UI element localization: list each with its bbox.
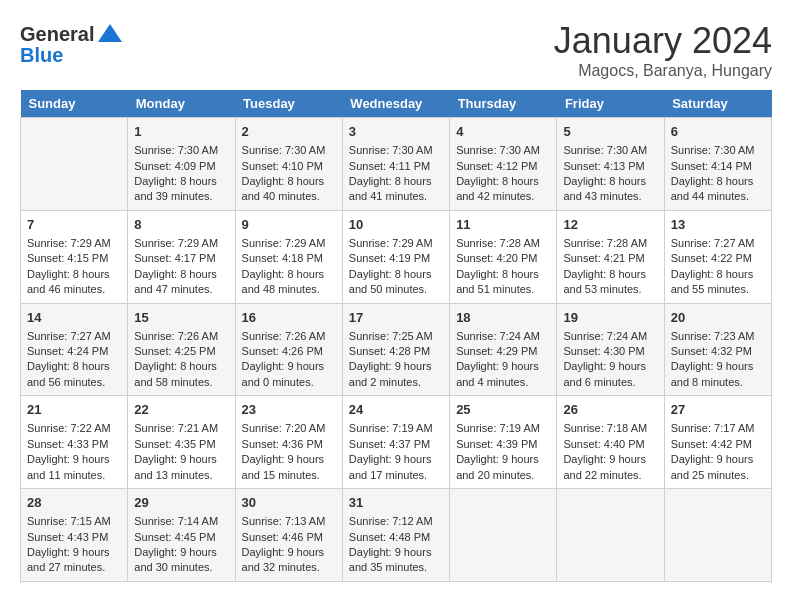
- day-number: 23: [242, 401, 336, 419]
- sunset-text: Sunset: 4:37 PM: [349, 438, 430, 450]
- sunset-text: Sunset: 4:10 PM: [242, 160, 323, 172]
- calendar-week-2: 7Sunrise: 7:29 AMSunset: 4:15 PMDaylight…: [21, 210, 772, 303]
- daylight-text: Daylight: 9 hours and 11 minutes.: [27, 453, 110, 480]
- logo-general: General: [20, 23, 94, 46]
- calendar-cell: 7Sunrise: 7:29 AMSunset: 4:15 PMDaylight…: [21, 210, 128, 303]
- calendar-cell: 3Sunrise: 7:30 AMSunset: 4:11 PMDaylight…: [342, 118, 449, 211]
- sunrise-text: Sunrise: 7:22 AM: [27, 422, 111, 434]
- day-number: 10: [349, 216, 443, 234]
- sunset-text: Sunset: 4:13 PM: [563, 160, 644, 172]
- daylight-text: Daylight: 8 hours and 55 minutes.: [671, 268, 754, 295]
- sunset-text: Sunset: 4:26 PM: [242, 345, 323, 357]
- calendar-cell: 10Sunrise: 7:29 AMSunset: 4:19 PMDayligh…: [342, 210, 449, 303]
- day-number: 20: [671, 309, 765, 327]
- calendar-cell: 1Sunrise: 7:30 AMSunset: 4:09 PMDaylight…: [128, 118, 235, 211]
- calendar-cell: 24Sunrise: 7:19 AMSunset: 4:37 PMDayligh…: [342, 396, 449, 489]
- daylight-text: Daylight: 8 hours and 50 minutes.: [349, 268, 432, 295]
- calendar-cell: 18Sunrise: 7:24 AMSunset: 4:29 PMDayligh…: [450, 303, 557, 396]
- calendar-cell: [557, 489, 664, 582]
- calendar-cell: 27Sunrise: 7:17 AMSunset: 4:42 PMDayligh…: [664, 396, 771, 489]
- month-title: January 2024: [554, 20, 772, 62]
- sunset-text: Sunset: 4:42 PM: [671, 438, 752, 450]
- calendar-cell: 26Sunrise: 7:18 AMSunset: 4:40 PMDayligh…: [557, 396, 664, 489]
- sunrise-text: Sunrise: 7:29 AM: [242, 237, 326, 249]
- calendar-cell: 28Sunrise: 7:15 AMSunset: 4:43 PMDayligh…: [21, 489, 128, 582]
- sunset-text: Sunset: 4:24 PM: [27, 345, 108, 357]
- sunset-text: Sunset: 4:29 PM: [456, 345, 537, 357]
- sunset-text: Sunset: 4:19 PM: [349, 252, 430, 264]
- sunset-text: Sunset: 4:40 PM: [563, 438, 644, 450]
- day-number: 8: [134, 216, 228, 234]
- sunrise-text: Sunrise: 7:27 AM: [671, 237, 755, 249]
- day-number: 25: [456, 401, 550, 419]
- calendar-cell: 6Sunrise: 7:30 AMSunset: 4:14 PMDaylight…: [664, 118, 771, 211]
- calendar-cell: 5Sunrise: 7:30 AMSunset: 4:13 PMDaylight…: [557, 118, 664, 211]
- daylight-text: Daylight: 8 hours and 47 minutes.: [134, 268, 217, 295]
- sunrise-text: Sunrise: 7:28 AM: [456, 237, 540, 249]
- weekday-header-saturday: Saturday: [664, 90, 771, 118]
- sunrise-text: Sunrise: 7:12 AM: [349, 515, 433, 527]
- sunrise-text: Sunrise: 7:29 AM: [134, 237, 218, 249]
- weekday-header-thursday: Thursday: [450, 90, 557, 118]
- weekday-header-sunday: Sunday: [21, 90, 128, 118]
- calendar-cell: 11Sunrise: 7:28 AMSunset: 4:20 PMDayligh…: [450, 210, 557, 303]
- day-number: 5: [563, 123, 657, 141]
- daylight-text: Daylight: 8 hours and 58 minutes.: [134, 360, 217, 387]
- day-number: 21: [27, 401, 121, 419]
- day-number: 2: [242, 123, 336, 141]
- sunrise-text: Sunrise: 7:21 AM: [134, 422, 218, 434]
- sunrise-text: Sunrise: 7:30 AM: [563, 144, 647, 156]
- weekday-header-wednesday: Wednesday: [342, 90, 449, 118]
- day-number: 26: [563, 401, 657, 419]
- day-number: 29: [134, 494, 228, 512]
- daylight-text: Daylight: 9 hours and 25 minutes.: [671, 453, 754, 480]
- day-number: 19: [563, 309, 657, 327]
- sunset-text: Sunset: 4:11 PM: [349, 160, 430, 172]
- sunrise-text: Sunrise: 7:30 AM: [456, 144, 540, 156]
- day-number: 15: [134, 309, 228, 327]
- day-number: 24: [349, 401, 443, 419]
- calendar-cell: 13Sunrise: 7:27 AMSunset: 4:22 PMDayligh…: [664, 210, 771, 303]
- day-number: 3: [349, 123, 443, 141]
- calendar-cell: 4Sunrise: 7:30 AMSunset: 4:12 PMDaylight…: [450, 118, 557, 211]
- day-number: 4: [456, 123, 550, 141]
- sunrise-text: Sunrise: 7:28 AM: [563, 237, 647, 249]
- daylight-text: Daylight: 9 hours and 13 minutes.: [134, 453, 217, 480]
- sunset-text: Sunset: 4:43 PM: [27, 531, 108, 543]
- daylight-text: Daylight: 9 hours and 20 minutes.: [456, 453, 539, 480]
- daylight-text: Daylight: 9 hours and 2 minutes.: [349, 360, 432, 387]
- weekday-header-tuesday: Tuesday: [235, 90, 342, 118]
- daylight-text: Daylight: 9 hours and 17 minutes.: [349, 453, 432, 480]
- weekday-header-row: SundayMondayTuesdayWednesdayThursdayFrid…: [21, 90, 772, 118]
- calendar-cell: 14Sunrise: 7:27 AMSunset: 4:24 PMDayligh…: [21, 303, 128, 396]
- calendar-week-3: 14Sunrise: 7:27 AMSunset: 4:24 PMDayligh…: [21, 303, 772, 396]
- sunset-text: Sunset: 4:09 PM: [134, 160, 215, 172]
- sunset-text: Sunset: 4:20 PM: [456, 252, 537, 264]
- location-subtitle: Magocs, Baranya, Hungary: [554, 62, 772, 80]
- day-number: 6: [671, 123, 765, 141]
- sunset-text: Sunset: 4:46 PM: [242, 531, 323, 543]
- sunrise-text: Sunrise: 7:19 AM: [456, 422, 540, 434]
- daylight-text: Daylight: 9 hours and 6 minutes.: [563, 360, 646, 387]
- daylight-text: Daylight: 8 hours and 42 minutes.: [456, 175, 539, 202]
- daylight-text: Daylight: 8 hours and 46 minutes.: [27, 268, 110, 295]
- calendar-week-1: 1Sunrise: 7:30 AMSunset: 4:09 PMDaylight…: [21, 118, 772, 211]
- calendar-cell: [664, 489, 771, 582]
- calendar-cell: 25Sunrise: 7:19 AMSunset: 4:39 PMDayligh…: [450, 396, 557, 489]
- daylight-text: Daylight: 9 hours and 22 minutes.: [563, 453, 646, 480]
- day-number: 11: [456, 216, 550, 234]
- day-number: 12: [563, 216, 657, 234]
- sunset-text: Sunset: 4:17 PM: [134, 252, 215, 264]
- calendar-cell: 12Sunrise: 7:28 AMSunset: 4:21 PMDayligh…: [557, 210, 664, 303]
- calendar-cell: 20Sunrise: 7:23 AMSunset: 4:32 PMDayligh…: [664, 303, 771, 396]
- sunrise-text: Sunrise: 7:29 AM: [27, 237, 111, 249]
- daylight-text: Daylight: 8 hours and 44 minutes.: [671, 175, 754, 202]
- sunset-text: Sunset: 4:35 PM: [134, 438, 215, 450]
- calendar-cell: 23Sunrise: 7:20 AMSunset: 4:36 PMDayligh…: [235, 396, 342, 489]
- daylight-text: Daylight: 9 hours and 15 minutes.: [242, 453, 325, 480]
- day-number: 1: [134, 123, 228, 141]
- sunrise-text: Sunrise: 7:24 AM: [563, 330, 647, 342]
- day-number: 27: [671, 401, 765, 419]
- sunset-text: Sunset: 4:45 PM: [134, 531, 215, 543]
- daylight-text: Daylight: 9 hours and 4 minutes.: [456, 360, 539, 387]
